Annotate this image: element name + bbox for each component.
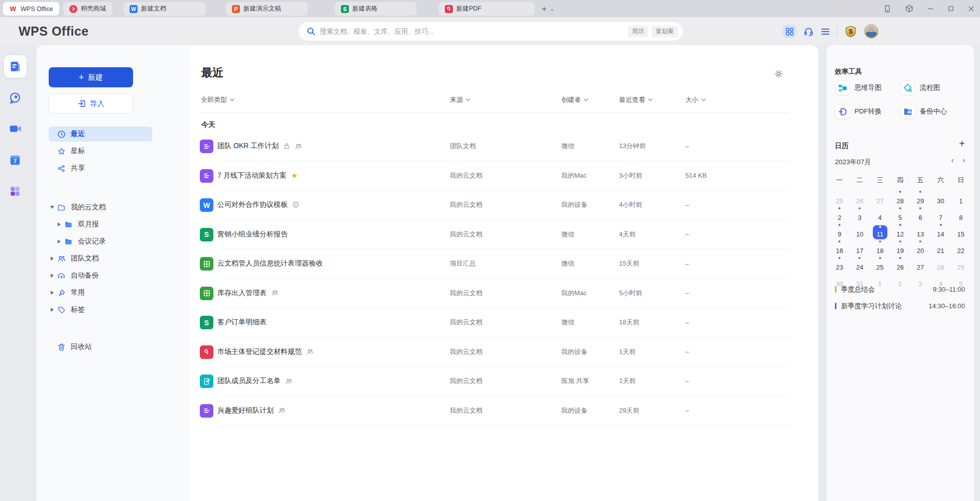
calendar-day[interactable]: 19: [890, 239, 910, 256]
rail-item-documents[interactable]: [4, 55, 27, 78]
tab-presentation[interactable]: P新建演示文稿: [226, 2, 308, 16]
calendar-day[interactable]: 25: [829, 190, 849, 206]
calendar-day[interactable]: 4: [870, 206, 890, 223]
tool-流程图[interactable]: 流程图: [900, 80, 965, 95]
calendar-prev-button[interactable]: ‹: [951, 157, 954, 164]
tool-思维导图[interactable]: 思维导图: [835, 80, 900, 95]
sidebar-item-会议记录[interactable]: 会议记录: [49, 234, 152, 249]
calendar-add-button[interactable]: +: [959, 139, 965, 149]
calendar-day[interactable]: 5: [890, 206, 910, 223]
table-row[interactable]: S营销小组业绩分析报告我的云文档微信4天前–: [190, 220, 818, 249]
sidebar-item-最近[interactable]: 最近: [49, 127, 152, 142]
sidebar-item-回收站[interactable]: 回收站: [49, 339, 152, 354]
calendar-day[interactable]: 30: [930, 190, 950, 206]
sidebar-item-我的云文档[interactable]: 我的云文档: [49, 200, 152, 215]
table-row[interactable]: S客户订单明细表我的云文档微信18天前–: [190, 308, 818, 337]
filter-来源[interactable]: 来源: [450, 95, 470, 104]
calendar-day[interactable]: 28: [930, 256, 950, 273]
close-button[interactable]: [967, 5, 975, 13]
calendar-day[interactable]: 28: [890, 190, 910, 206]
calendar-day[interactable]: 16: [829, 239, 849, 256]
calendar-day[interactable]: 23: [829, 256, 849, 273]
calendar-day[interactable]: 7: [930, 206, 950, 223]
tab-pdf[interactable]: 新建PDF: [439, 2, 535, 16]
tool-PDF转换[interactable]: PDF转换: [835, 104, 900, 119]
minimize-button[interactable]: [927, 5, 934, 13]
calendar-day[interactable]: 12: [890, 223, 910, 239]
filter-大小[interactable]: 大小: [685, 95, 706, 104]
calendar-day[interactable]: 29: [910, 190, 930, 206]
vip-badge[interactable]: S: [844, 25, 857, 38]
calendar-day[interactable]: 26: [849, 190, 870, 206]
caret-down-icon[interactable]: [49, 206, 56, 209]
calendar-event[interactable]: 季度总结会9:30–11:00: [835, 283, 965, 296]
workspace-cube-button[interactable]: [905, 4, 914, 13]
menu-button[interactable]: [821, 28, 830, 36]
table-row[interactable]: 云文档管人员信息统计表理器验收项目汇总微信15天前–: [190, 249, 818, 279]
filter-最近查看[interactable]: 最近查看: [619, 95, 653, 104]
import-button[interactable]: 导入: [49, 93, 133, 113]
maximize-button[interactable]: [947, 5, 954, 12]
sidebar-item-双月报[interactable]: 双月报: [49, 217, 152, 232]
calendar-day[interactable]: 10: [849, 223, 870, 239]
calendar-day[interactable]: 20: [910, 239, 930, 256]
table-row[interactable]: 7 月线下活动策划方案★我的云文档我的Mac3小时前514 KB: [190, 161, 818, 191]
calendar-day[interactable]: 29: [951, 256, 971, 273]
sidebar-item-标签[interactable]: 标签: [49, 302, 152, 317]
calendar-day[interactable]: 22: [951, 239, 971, 256]
sidebar-item-自动备份[interactable]: 自动备份: [49, 268, 152, 283]
sidebar-item-共享[interactable]: 共享: [49, 161, 152, 176]
table-row[interactable]: 兴趣爱好组队计划我的云文档我的设备29天前–: [190, 396, 818, 426]
caret-right-icon[interactable]: [49, 274, 56, 278]
calendar-day[interactable]: 15: [951, 223, 971, 239]
table-row[interactable]: 团队成员及分工名单我的云文档陈旭 共享1天前–: [190, 366, 818, 396]
sidebar-item-团队文档[interactable]: 团队文档: [49, 251, 152, 266]
calendar-day[interactable]: 26: [890, 256, 910, 273]
mobile-button[interactable]: [883, 5, 892, 13]
calendar-day[interactable]: 13: [910, 223, 930, 239]
tab-wps[interactable]: WWPS Office: [3, 2, 59, 16]
rail-item-apps[interactable]: [4, 180, 27, 202]
tab-list-chevron-icon[interactable]: ⌄: [550, 6, 554, 12]
calendar-day[interactable]: 24: [849, 256, 870, 273]
tab-docer[interactable]: 稻壳商城: [63, 2, 112, 16]
calendar-day[interactable]: 18: [870, 239, 890, 256]
table-row[interactable]: 团队 OKR 工作计划团队文档微信13分钟前–: [190, 132, 818, 161]
caret-right-icon[interactable]: [56, 222, 63, 226]
caret-right-icon[interactable]: [49, 291, 56, 295]
calendar-day[interactable]: 8: [951, 206, 971, 223]
calendar-day[interactable]: 17: [849, 239, 870, 256]
search-input[interactable]: [320, 28, 628, 35]
calendar-day[interactable]: 11: [870, 223, 890, 239]
tool-备份中心[interactable]: 备份中心: [900, 104, 965, 119]
table-row[interactable]: 库存出入管理表我的云文档我的Mac5小时前–: [190, 279, 818, 308]
calendar-day[interactable]: 27: [870, 190, 890, 206]
search-tag-策划案[interactable]: 策划案: [652, 26, 678, 37]
caret-right-icon[interactable]: [49, 308, 56, 312]
rail-item-chat[interactable]: [4, 86, 27, 109]
calendar-event[interactable]: 新季度学习计划讨论14:30–16:00: [835, 300, 965, 312]
support-headset-button[interactable]: [803, 26, 814, 37]
calendar-day[interactable]: 14: [930, 223, 950, 239]
new-tab-button[interactable]: +: [542, 5, 547, 13]
sidebar-item-星标[interactable]: 星标: [49, 144, 152, 159]
new-document-button[interactable]: + 新建: [49, 67, 133, 87]
apps-grid-button[interactable]: [783, 25, 796, 38]
calendar-day[interactable]: 6: [910, 206, 930, 223]
rail-item-calendar[interactable]: 7: [4, 149, 27, 171]
tab-writer[interactable]: W新建文档: [124, 2, 206, 16]
calendar-day[interactable]: 25: [870, 256, 890, 273]
rail-item-meeting[interactable]: [4, 117, 27, 140]
search-bar[interactable]: 简历策划案: [299, 22, 683, 41]
calendar-day[interactable]: 9: [829, 223, 849, 239]
calendar-day[interactable]: 3: [849, 206, 870, 223]
calendar-day[interactable]: 27: [910, 256, 930, 273]
user-avatar[interactable]: [864, 24, 879, 39]
calendar-next-button[interactable]: ›: [962, 157, 965, 164]
list-settings-gear-icon[interactable]: [774, 69, 783, 78]
calendar-day[interactable]: 2: [829, 206, 849, 223]
table-row[interactable]: W公司对外合作协议模板我的云文档我的设备4小时前–: [190, 190, 818, 220]
tab-sheet[interactable]: S新建表格: [335, 2, 417, 16]
table-row[interactable]: 市场主体登记提交材料规范我的云文档我的设备1天前–: [190, 337, 818, 367]
caret-right-icon[interactable]: [49, 257, 56, 261]
